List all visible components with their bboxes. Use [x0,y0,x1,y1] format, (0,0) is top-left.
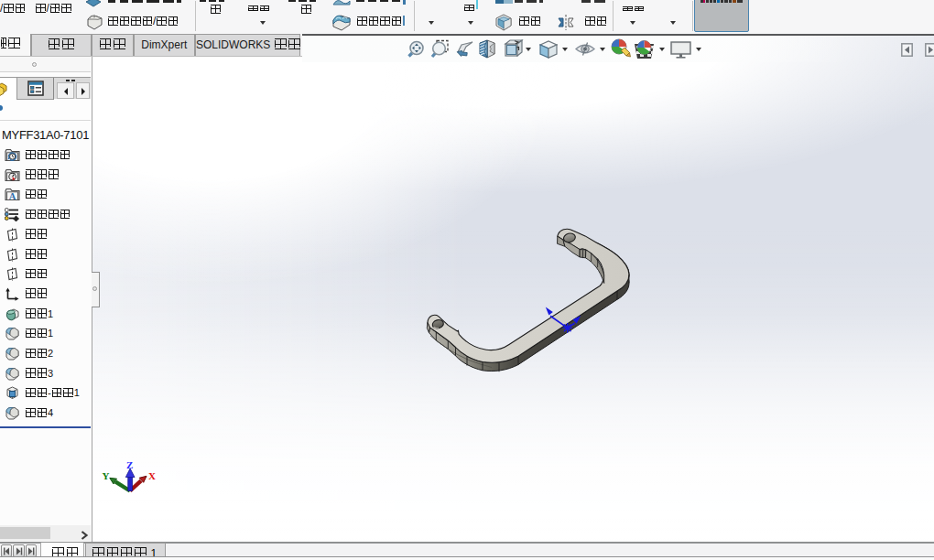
svg-text:X: X [148,470,156,481]
svg-text:A: A [9,191,16,201]
svg-text:Z: Z [126,459,133,470]
svg-text:Y: Y [103,470,110,481]
